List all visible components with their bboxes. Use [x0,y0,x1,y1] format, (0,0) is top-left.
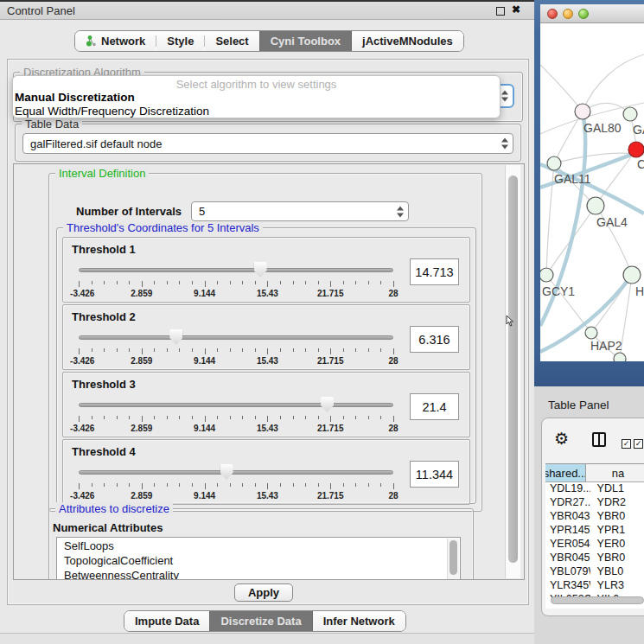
table-cell[interactable]: YBR0 [590,510,644,524]
tab-infer-network[interactable]: Infer Network [313,611,405,631]
network-node-gal80[interactable] [575,104,590,119]
slider-track[interactable] [79,403,393,407]
tab-impute-data[interactable]: Impute Data [124,611,209,631]
network-node-red[interactable] [628,142,644,157]
table-row[interactable]: YBR045C YBR0 [545,552,644,565]
network-node-h[interactable] [623,266,641,284]
threshold-value-field[interactable]: 11.344 [410,461,459,488]
table-cell[interactable]: YER0 [590,538,644,552]
list-item[interactable]: SelfLoops [57,538,460,552]
threshold-value-field[interactable]: 21.4 [410,393,459,420]
list-item[interactable]: BetweennessCentrality [57,567,460,580]
split-columns-icon[interactable] [592,432,606,447]
tick-mark [217,348,218,352]
tick-mark [393,416,394,422]
table-cell[interactable]: YLR3 [590,579,644,593]
table-row[interactable]: YLR345W YLR3 [545,579,644,593]
algorithm-option-equal-width[interactable]: Equal Width/Frequency Discretization [15,105,209,118]
tick-mark [393,348,394,354]
tab-network[interactable]: Network [75,31,156,51]
slider-thumb[interactable] [169,329,182,345]
table-row[interactable]: YER054C YER0 [545,538,644,552]
table-cell[interactable]: YBR045C [545,552,590,565]
tab-jactivemnodules[interactable]: jActiveMNodules [352,31,463,51]
threshold-value-field[interactable]: 6.316 [410,326,459,353]
table-row[interactable]: YBR043C YBR0 [545,510,644,524]
settings-scrollbar-thumb[interactable] [508,175,518,563]
apply-button[interactable]: Apply [234,583,293,602]
table-cell[interactable]: YPR1 [590,524,644,538]
table-cell[interactable]: YBL079W [545,565,590,579]
network-node-ga[interactable] [623,107,637,121]
tick-mark [255,483,256,487]
network-node-gal11[interactable] [547,156,561,170]
numerical-attributes-label: Numerical Attributes [53,521,163,534]
settings-vertical-scrollbar[interactable] [505,165,520,578]
tick-label: 2.859 [131,289,152,298]
table-cell[interactable]: YDL1 [590,482,644,496]
attributes-list-scrollbar-thumb[interactable] [450,540,457,575]
threshold-slider[interactable]: -3.4262.8599.14415.4321.71528 [79,462,393,502]
checkbox-icon[interactable]: ✓ [622,439,631,449]
tab-style[interactable]: Style [156,31,204,51]
tick-mark [355,281,356,284]
attributes-list-scrollbar[interactable] [447,539,459,580]
numerical-attributes-list: SelfLoopsTopologicalCoefficientBetweenne… [56,537,461,580]
table-cell[interactable]: YDR2 [590,496,644,510]
tick-mark [280,416,281,419]
column-header-shared-name[interactable]: shared... [545,464,586,481]
number-of-intervals-combobox[interactable]: 5 [191,201,409,221]
table-cell[interactable]: YPR145W [545,524,590,538]
table-cell[interactable]: YBL0 [590,565,644,579]
slider-thumb[interactable] [321,397,334,412]
tick-mark [154,281,155,284]
tick-mark [343,416,344,419]
table-cell[interactable]: YBR043C [545,510,590,524]
zoom-traffic-light[interactable] [578,9,589,19]
close-icon[interactable]: ✖ [512,3,520,16]
table-header-row: shared... na [545,464,644,482]
column-header-name[interactable]: na [586,464,644,481]
table-horizontal-scrollbar[interactable] [551,596,644,604]
algorithm-option-manual[interactable]: Manual Discretization [15,91,135,104]
slider-track[interactable] [79,268,393,272]
table-cell[interactable]: YDL19... [545,482,590,496]
table-cell[interactable]: YER054C [545,538,590,552]
tick-mark [380,483,381,487]
table-cell[interactable]: YDR27... [545,496,590,510]
slider-thumb[interactable] [254,262,267,277]
threshold-slider[interactable]: -3.4262.8599.14415.4321.71528 [79,260,393,300]
tab-select[interactable]: Select [205,31,258,51]
table-row[interactable]: YPR145W YPR1 [545,524,644,538]
checkbox-icon[interactable]: ✓ [634,439,643,449]
thresholds-group: Threshold's Coordinates for 5 Intervals … [56,227,476,504]
network-node-bottom[interactable] [614,353,626,361]
float-window-icon[interactable] [496,7,505,16]
close-traffic-light[interactable] [547,9,558,19]
table-row[interactable]: YDR27... YDR2 [545,496,644,510]
tick-mark [242,348,243,352]
tick-mark [267,348,268,354]
tab-discretize-data[interactable]: Discretize Data [209,611,312,631]
list-item[interactable]: TopologicalCoefficient [57,552,460,567]
table-row[interactable]: YDL19... YDL1 [545,482,644,496]
network-node-hap2[interactable] [585,327,597,339]
tick-mark [104,483,105,487]
network-node-gcy1[interactable] [540,268,553,282]
table-data-combobox[interactable]: galFiltered.sif default node [22,133,513,154]
slider-track[interactable] [79,335,393,340]
tab-cyni-toolbox[interactable]: Cyni Toolbox [259,31,352,51]
threshold-slider[interactable]: -3.4262.8599.14415.4321.71528 [79,328,393,367]
threshold-value-field[interactable]: 14.713 [410,258,459,285]
algorithm-placeholder-option[interactable]: Select algorithm to view settings [13,78,500,91]
table-cell[interactable]: YLR345W [545,579,590,593]
gear-icon[interactable]: ⚙ [554,429,569,449]
network-canvas[interactable]: GAL80 GA C GAL11 GAL4 GCY1 H HAP2 [540,23,644,361]
table-row[interactable]: YBL079W YBL0 [545,565,644,579]
network-node-gal4[interactable] [587,197,604,214]
table-cell[interactable]: YBR0 [590,552,644,565]
minimize-traffic-light[interactable] [563,9,573,19]
slider-thumb[interactable] [220,464,233,480]
slider-track[interactable] [79,470,393,475]
threshold-slider[interactable]: -3.4262.8599.14415.4321.71528 [79,395,393,435]
